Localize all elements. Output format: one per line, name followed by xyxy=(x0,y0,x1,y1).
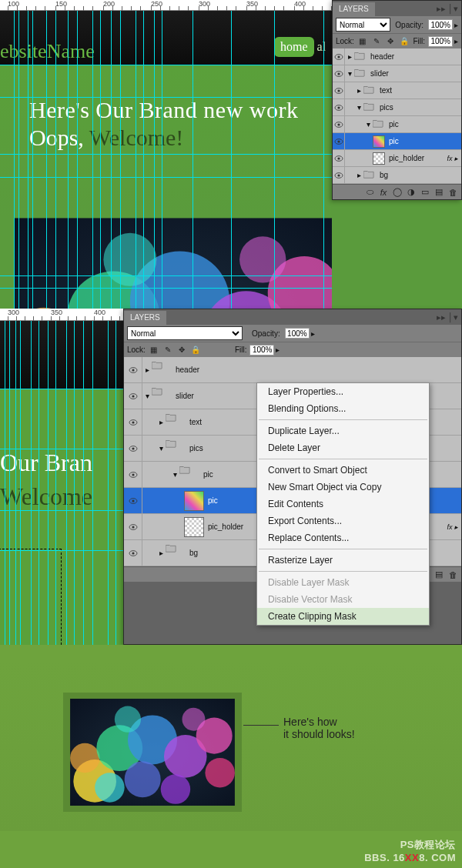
expand-toggle-icon[interactable]: ▾ xyxy=(354,103,363,112)
opacity-input[interactable] xyxy=(428,19,453,30)
context-menu-item[interactable]: Delete Layer xyxy=(257,439,429,456)
expand-toggle-icon[interactable]: ▸ xyxy=(156,418,166,426)
delete-layer-icon-2[interactable]: 🗑 xyxy=(447,569,458,580)
panel-tabbar-2[interactable]: LAYERS ▸▸ │▾ xyxy=(124,309,461,325)
lock-all-icon[interactable]: 🔒 xyxy=(399,36,410,47)
layer-name[interactable]: text xyxy=(380,86,392,95)
layer-name[interactable]: pic_holder xyxy=(208,522,243,531)
visibility-toggle-icon[interactable] xyxy=(124,357,142,383)
expand-toggle-icon[interactable]: ▾ xyxy=(345,69,354,78)
layer-row[interactable]: ▾pics xyxy=(333,99,461,116)
context-menu-item[interactable]: New Smart Object via Copy xyxy=(257,479,429,496)
nav-other-link[interactable]: al xyxy=(317,40,326,54)
visibility-toggle-icon[interactable] xyxy=(124,514,142,540)
opacity-flyout-icon[interactable]: ▸ xyxy=(454,21,458,29)
layer-name[interactable]: header xyxy=(370,52,394,61)
expand-toggle-icon[interactable]: ▾ xyxy=(363,120,373,129)
nav-home-button[interactable]: home xyxy=(274,37,314,57)
layer-name[interactable]: slider xyxy=(176,392,194,400)
layer-name[interactable]: pic xyxy=(389,120,399,129)
context-menu-item[interactable]: Replace Contents... xyxy=(257,529,429,546)
context-menu-item[interactable]: Rasterize Layer xyxy=(257,552,429,569)
visibility-toggle-icon[interactable] xyxy=(333,99,345,116)
layer-name[interactable]: pic xyxy=(389,137,399,145)
visibility-toggle-icon[interactable] xyxy=(333,133,345,150)
expand-toggle-icon[interactable]: ▸ xyxy=(156,549,166,557)
visibility-toggle-icon[interactable] xyxy=(124,462,142,488)
context-menu-item[interactable]: Export Contents... xyxy=(257,512,429,529)
fx-indicator[interactable]: fx ▸ xyxy=(447,155,458,162)
fill-input-2[interactable] xyxy=(249,345,274,356)
link-layers-icon[interactable]: ⬭ xyxy=(364,187,375,198)
new-layer-icon[interactable]: ▤ xyxy=(434,187,444,198)
expand-toggle-icon[interactable]: ▾ xyxy=(170,470,179,479)
lock-position-icon[interactable]: ✥ xyxy=(385,36,396,47)
panel-menu-button[interactable]: ▸▸ │▾ xyxy=(437,4,458,14)
fx-indicator[interactable]: fx ▸ xyxy=(447,523,458,531)
layer-thumbnail[interactable] xyxy=(184,491,204,511)
layer-row[interactable]: pic_holderfx ▸ xyxy=(333,150,461,167)
expand-toggle-icon[interactable]: ▸ xyxy=(345,52,354,61)
visibility-toggle-icon[interactable] xyxy=(333,65,345,82)
layer-row[interactable]: ▾slider xyxy=(333,65,461,82)
layer-row[interactable]: ▸header xyxy=(333,48,461,65)
fill-flyout-icon-2[interactable]: ▸ xyxy=(276,346,280,354)
layer-row[interactable]: pic xyxy=(333,133,461,150)
visibility-toggle-icon[interactable] xyxy=(124,409,142,436)
opacity-flyout-icon-2[interactable]: ▸ xyxy=(311,329,315,338)
visibility-toggle-icon[interactable] xyxy=(333,167,345,184)
adjustment-icon[interactable]: ◑ xyxy=(406,187,417,198)
layer-name[interactable]: text xyxy=(189,418,202,426)
ruler-horizontal-2[interactable]: 300350400 xyxy=(0,309,123,321)
visibility-toggle-icon[interactable] xyxy=(333,48,345,65)
layer-row[interactable]: ▸text xyxy=(333,82,461,99)
blend-mode-select[interactable]: Normal xyxy=(336,18,390,32)
layer-thumbnail[interactable] xyxy=(184,517,204,537)
visibility-toggle-icon[interactable] xyxy=(124,540,142,566)
lock-all-icon-2[interactable]: 🔒 xyxy=(190,345,201,356)
context-menu-item[interactable]: Duplicate Layer... xyxy=(257,422,429,439)
fill-flyout-icon[interactable]: ▸ xyxy=(454,37,458,45)
layer-name[interactable]: pic_holder xyxy=(389,154,424,162)
context-menu-item[interactable]: Blending Options... xyxy=(257,400,429,417)
context-menu-item[interactable]: Edit Contents xyxy=(257,496,429,512)
fill-input[interactable] xyxy=(428,36,453,47)
expand-toggle-icon[interactable]: ▸ xyxy=(142,366,152,374)
panel-tabbar[interactable]: LAYERS ▸▸ │▾ xyxy=(333,1,461,16)
expand-toggle-icon[interactable]: ▸ xyxy=(354,86,363,95)
lock-position-icon-2[interactable]: ✥ xyxy=(176,345,187,356)
layer-row[interactable]: ▸bg xyxy=(333,167,461,184)
visibility-toggle-icon[interactable] xyxy=(124,488,142,514)
context-menu-item[interactable]: Create Clipping Mask xyxy=(257,608,429,625)
lock-paint-icon-2[interactable]: ✎ xyxy=(162,345,173,356)
layers-tab-2[interactable]: LAYERS xyxy=(124,311,166,325)
visibility-toggle-icon[interactable] xyxy=(124,383,142,409)
opacity-input-2[interactable] xyxy=(285,328,310,339)
delete-layer-icon[interactable]: 🗑 xyxy=(447,187,458,198)
layer-name[interactable]: bg xyxy=(380,171,388,179)
canvas-area[interactable]: ebsiteName home al Here's Our Brand new … xyxy=(0,11,332,309)
bokeh-image-1[interactable] xyxy=(14,177,332,309)
layer-name[interactable]: pic xyxy=(208,496,218,505)
panel-menu-button-2[interactable]: ▸▸ │▾ xyxy=(437,312,458,322)
context-menu-item[interactable]: Layer Properties... xyxy=(257,383,429,400)
group-icon[interactable]: ▭ xyxy=(420,187,430,198)
layers-tab[interactable]: LAYERS xyxy=(333,2,375,16)
visibility-toggle-icon[interactable] xyxy=(124,436,142,462)
canvas-area-2[interactable]: Our Bran Welcome xyxy=(0,321,123,645)
layer-name[interactable]: bg xyxy=(189,549,198,557)
visibility-toggle-icon[interactable] xyxy=(333,82,345,99)
layer-name[interactable]: header xyxy=(176,366,199,374)
mask-icon[interactable]: ◯ xyxy=(392,187,403,198)
layer-name[interactable]: pics xyxy=(380,103,393,112)
lock-transparency-icon[interactable]: ▦ xyxy=(357,36,368,47)
expand-toggle-icon[interactable]: ▸ xyxy=(354,171,363,179)
visibility-toggle-icon[interactable] xyxy=(333,150,345,167)
blend-mode-select-2[interactable]: Normal xyxy=(127,326,243,340)
context-menu-item[interactable]: Convert to Smart Object xyxy=(257,462,429,479)
layer-thumbnail[interactable] xyxy=(373,135,385,148)
layer-thumbnail[interactable] xyxy=(373,152,385,165)
lock-paint-icon[interactable]: ✎ xyxy=(371,36,382,47)
layer-row[interactable]: ▸header xyxy=(124,357,461,383)
visibility-toggle-icon[interactable] xyxy=(333,116,345,133)
